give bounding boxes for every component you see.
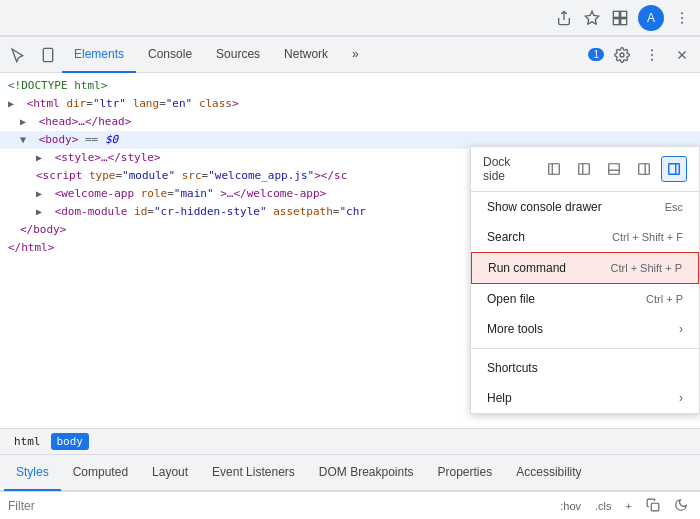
svg-point-12 xyxy=(651,54,653,56)
puzzle-icon[interactable] xyxy=(610,8,630,28)
menu-more-tools[interactable]: More tools › xyxy=(471,314,699,344)
dock-right-btn[interactable] xyxy=(631,156,657,182)
expand-arrow-head[interactable]: ▶ xyxy=(20,113,32,131)
toolbar-right: 1 xyxy=(588,41,696,69)
browser-more-icon[interactable] xyxy=(672,8,692,28)
device-toolbar-btn[interactable] xyxy=(34,41,62,69)
svg-rect-19 xyxy=(609,164,620,175)
devtools-tabs: Elements Console Sources Network » xyxy=(62,37,588,73)
html-root[interactable]: ▶ <html dir="ltr" lang="en" class> xyxy=(0,95,700,113)
share-icon[interactable] xyxy=(554,8,574,28)
toggle-dark-mode-btn[interactable] xyxy=(670,496,692,516)
pseudo-classes-btn[interactable]: :hov xyxy=(556,498,585,514)
html-head[interactable]: ▶ <head>…</head> xyxy=(0,113,700,131)
menu-help[interactable]: Help › xyxy=(471,383,699,413)
breadcrumb-bar: html body xyxy=(0,429,700,455)
dock-right-active-btn[interactable] xyxy=(661,156,687,182)
menu-run-command[interactable]: Run command Ctrl + Shift + P xyxy=(471,252,699,284)
menu-shortcuts[interactable]: Shortcuts xyxy=(471,353,699,383)
svg-point-6 xyxy=(681,17,683,19)
filter-input[interactable] xyxy=(8,499,548,513)
svg-rect-21 xyxy=(639,164,650,175)
tab-computed[interactable]: Computed xyxy=(61,455,140,491)
svg-point-10 xyxy=(620,53,624,57)
devtools-more-btn[interactable] xyxy=(638,41,666,69)
tab-accessibility[interactable]: Accessibility xyxy=(504,455,593,491)
toolbar-left xyxy=(4,41,62,69)
svg-rect-17 xyxy=(579,164,590,175)
avatar[interactable]: A xyxy=(638,5,664,31)
expand-arrow-wa[interactable]: ▶ xyxy=(36,185,48,203)
context-menu: Dock side xyxy=(470,146,700,414)
menu-separator xyxy=(471,348,699,349)
filter-bar: :hov .cls + xyxy=(0,491,700,519)
bottom-tabs-bar: Styles Computed Layout Event Listeners D… xyxy=(0,455,700,491)
tab-sources[interactable]: Sources xyxy=(204,37,272,73)
devtools-close-btn[interactable] xyxy=(668,41,696,69)
expand-arrow[interactable]: ▶ xyxy=(8,95,20,113)
dock-left-btn[interactable] xyxy=(571,156,597,182)
tab-elements[interactable]: Elements xyxy=(62,37,136,73)
svg-rect-1 xyxy=(613,11,619,17)
breadcrumb-body[interactable]: body xyxy=(51,433,90,450)
tab-more[interactable]: » xyxy=(340,37,371,73)
tab-console[interactable]: Console xyxy=(136,37,204,73)
svg-rect-2 xyxy=(621,11,627,17)
tab-layout[interactable]: Layout xyxy=(140,455,200,491)
breadcrumb-html[interactable]: html xyxy=(8,433,47,450)
cls-btn[interactable]: .cls xyxy=(591,498,616,514)
dock-section: Dock side xyxy=(471,147,699,192)
svg-rect-3 xyxy=(613,18,619,24)
menu-search[interactable]: Search Ctrl + Shift + F xyxy=(471,222,699,252)
svg-rect-23 xyxy=(669,164,680,175)
star-icon[interactable] xyxy=(582,8,602,28)
svg-point-5 xyxy=(681,12,683,14)
expand-arrow-body[interactable]: ▼ xyxy=(20,131,32,149)
devtools-panel: Elements Console Sources Network » 1 xyxy=(0,36,700,519)
devtools-toolbar: Elements Console Sources Network » 1 xyxy=(0,37,700,73)
dock-label: Dock side xyxy=(483,155,533,183)
tab-styles[interactable]: Styles xyxy=(4,455,61,491)
svg-point-13 xyxy=(651,58,653,60)
svg-rect-8 xyxy=(43,48,52,61)
add-style-btn[interactable]: + xyxy=(622,498,636,514)
svg-marker-0 xyxy=(585,11,598,24)
browser-bar: A xyxy=(0,0,700,36)
svg-point-7 xyxy=(681,21,683,23)
dock-bottom-btn[interactable] xyxy=(601,156,627,182)
bottom-panel: html body Styles Computed Layout Event L… xyxy=(0,428,700,519)
svg-point-11 xyxy=(651,49,653,51)
settings-btn[interactable] xyxy=(608,41,636,69)
tab-network[interactable]: Network xyxy=(272,37,340,73)
more-tools-arrow: › xyxy=(679,322,683,336)
svg-rect-16 xyxy=(549,164,560,175)
svg-rect-4 xyxy=(621,18,627,24)
filter-actions: :hov .cls + xyxy=(556,496,692,516)
tab-dom-breakpoints[interactable]: DOM Breakpoints xyxy=(307,455,426,491)
inspect-element-btn[interactable] xyxy=(4,41,32,69)
dock-icons xyxy=(541,156,687,182)
notification-badge: 1 xyxy=(588,48,604,61)
help-arrow: › xyxy=(679,391,683,405)
tab-properties[interactable]: Properties xyxy=(426,455,505,491)
menu-show-console[interactable]: Show console drawer Esc xyxy=(471,192,699,222)
svg-rect-25 xyxy=(651,503,659,511)
devtools-main: <!DOCTYPE html> ▶ <html dir="ltr" lang="… xyxy=(0,73,700,428)
expand-arrow-style[interactable]: ▶ xyxy=(36,149,48,167)
menu-open-file[interactable]: Open file Ctrl + P xyxy=(471,284,699,314)
dock-undock-btn[interactable] xyxy=(541,156,567,182)
new-style-rule-btn[interactable] xyxy=(642,496,664,516)
tab-event-listeners[interactable]: Event Listeners xyxy=(200,455,307,491)
expand-arrow-dm[interactable]: ▶ xyxy=(36,203,48,221)
html-doctype[interactable]: <!DOCTYPE html> xyxy=(0,77,700,95)
